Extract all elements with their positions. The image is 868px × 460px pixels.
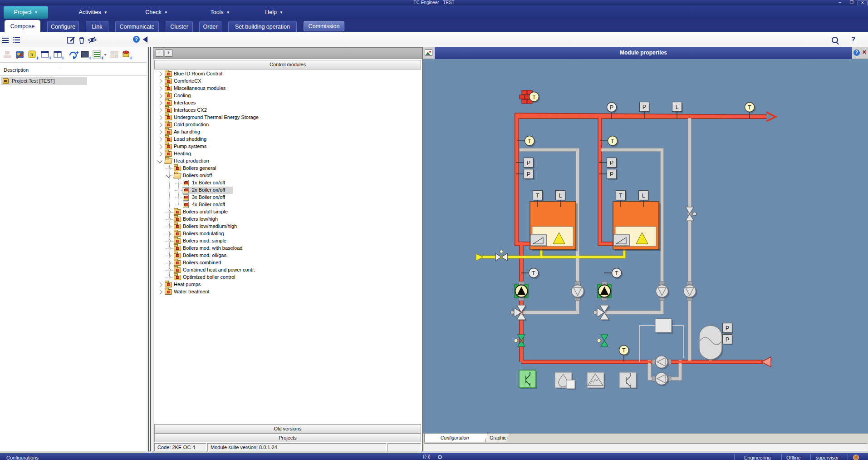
- description-column-header[interactable]: Description: [0, 65, 147, 76]
- tree-item-combined-heat-and-power-contr-[interactable]: Combined heat and power contr.: [154, 267, 421, 274]
- tree-item-blue-id-room-control[interactable]: Blue ID Room Control: [154, 70, 421, 78]
- close-icon[interactable]: ✕: [862, 49, 867, 55]
- tree-item-boilers-mod-oil-gas[interactable]: Boilers mod. oil/gas: [154, 252, 421, 259]
- bypass-valve-icon: [686, 214, 694, 221]
- sensor-letter: P: [642, 104, 646, 110]
- tree-item-boilers-on-off[interactable]: Boilers on/off: [154, 172, 421, 179]
- tree-item-boilers-combined[interactable]: Boilers combined: [154, 259, 421, 267]
- pump-port: [659, 282, 665, 285]
- tree-item-pump-systems[interactable]: Pump systems: [154, 143, 421, 150]
- folder-icon: [165, 108, 172, 113]
- cylinder-add-icon[interactable]: +: [121, 49, 132, 61]
- tree-item-boilers-mod-with-baseload[interactable]: Boilers mod. with baseload: [154, 245, 421, 252]
- graphic-preview-icon[interactable]: [425, 49, 432, 56]
- tree-item-air-handling[interactable]: Air handling: [154, 129, 421, 136]
- tree-item-comfortecx[interactable]: ComforteCX: [154, 78, 421, 85]
- tree-item-underground-thermal-energy-storage[interactable]: Underground Thermal Energy Storage: [154, 114, 421, 121]
- window-add-icon[interactable]: +: [40, 49, 51, 61]
- tree-item-interfaces-cx2[interactable]: Interfaces CX2: [154, 107, 421, 114]
- tree-item-water-treatment[interactable]: Water treatment: [154, 288, 421, 296]
- help-icon[interactable]: ?: [853, 49, 860, 56]
- menu-check[interactable]: Check▼: [141, 6, 172, 19]
- tree-item-2x-boiler-on-off[interactable]: 2x Boiler on/off: [154, 187, 421, 194]
- minimize-button[interactable]: –: [834, 0, 846, 5]
- mode-label: Engineering: [744, 455, 771, 460]
- folder-icon: [165, 137, 172, 142]
- sensor-letter: P: [527, 171, 530, 178]
- tree-item-load-shedding[interactable]: Load shedding: [154, 136, 421, 143]
- sensor-letter: T: [536, 193, 539, 199]
- tree-item-optimized-boiler-control[interactable]: Optimized boiler control: [154, 274, 421, 281]
- tree-item-boilers-general[interactable]: Boilers general: [154, 165, 421, 172]
- tree-item-interfaces[interactable]: Interfaces: [154, 99, 421, 107]
- tree-item-miscellaneous-modules[interactable]: Miscellaneous modules: [154, 85, 421, 92]
- tree-item-cooling[interactable]: Cooling: [154, 92, 421, 99]
- tree-item-boilers-modulating[interactable]: Boilers modulating: [154, 230, 421, 237]
- collapse-tree-icon[interactable]: −: [156, 49, 163, 57]
- tab-order[interactable]: Order: [199, 21, 221, 32]
- tree-item-boilers-mod-simple[interactable]: Boilers mod. simple: [154, 237, 421, 245]
- properties-title: Module properties: [435, 47, 852, 59]
- tree-item-heat-production[interactable]: Heat production: [154, 158, 421, 165]
- chevron-right-icon: [166, 267, 171, 272]
- rotate-add-icon[interactable]: +: [67, 49, 78, 61]
- pi-add-icon[interactable]: π+: [27, 49, 39, 61]
- tree-item-boilers-low-medium-high[interactable]: Boilers low/medium/high: [154, 223, 421, 230]
- tree-item-1x-boiler-on-off[interactable]: 1x Boiler on/off: [154, 179, 421, 187]
- grid-icon[interactable]: [109, 49, 120, 61]
- tree-item-4x-boiler-on-off[interactable]: 4x Boiler on/off: [154, 201, 421, 208]
- tab-communicate[interactable]: Communicate: [115, 21, 159, 32]
- window-title: TC Engineer - TEST: [0, 0, 868, 5]
- tree-item-cold-production[interactable]: Cold production: [154, 121, 421, 129]
- dark-window-add-icon[interactable]: +: [80, 49, 91, 61]
- bottom-tab-graphic[interactable]: Graphic: [485, 434, 509, 442]
- chevron-right-icon: [166, 246, 171, 251]
- tree-item-boilers-low-high[interactable]: Boilers low/high: [154, 216, 421, 223]
- tree-item-heat-pumps[interactable]: Heat pumps: [154, 281, 421, 288]
- tab-set-building-operation[interactable]: Set building operation: [228, 21, 297, 32]
- modules-header: Control modules: [154, 60, 421, 69]
- pump-port: [652, 376, 655, 381]
- projects-bar[interactable]: Projects: [154, 433, 421, 442]
- paint-icon[interactable]: [15, 49, 26, 61]
- old-versions-bar[interactable]: Old versions: [154, 424, 421, 433]
- tab-cluster[interactable]: Cluster: [166, 21, 193, 32]
- tab-link[interactable]: Link: [86, 21, 108, 32]
- folder-icon: [174, 217, 181, 222]
- svg-text:+: +: [88, 55, 91, 61]
- tab-compose[interactable]: Compose: [5, 20, 40, 32]
- tab-commission[interactable]: Commission: [304, 21, 344, 31]
- menu-tools[interactable]: Tools▼: [205, 6, 235, 19]
- chevron-right-icon: [166, 231, 171, 236]
- tab-configure[interactable]: Configure: [47, 21, 79, 32]
- split-window-add-icon[interactable]: +: [53, 49, 64, 61]
- menu-activities[interactable]: Activities▼: [72, 6, 114, 19]
- back-icon[interactable]: [143, 36, 152, 45]
- column-divider[interactable]: [61, 66, 61, 75]
- trash-icon[interactable]: [77, 35, 86, 45]
- hide-icon[interactable]: [87, 35, 96, 45]
- search-icon[interactable]: [832, 37, 841, 46]
- bottom-tab-configuration-possibilities[interactable]: Configuration possibilities: [424, 434, 488, 442]
- status-cell-empty: [387, 443, 421, 451]
- tree-item-boilers-on-off-simple[interactable]: Boilers on/off simple: [154, 208, 421, 216]
- stamp-icon[interactable]: [2, 49, 13, 61]
- list-icon[interactable]: [12, 35, 21, 45]
- sensor-letter: T: [528, 138, 531, 144]
- panel-splitter[interactable]: [147, 47, 153, 451]
- tree-item-heating[interactable]: Heating: [154, 150, 421, 158]
- help-icon[interactable]: ?: [133, 36, 140, 43]
- tree-item-3x-boiler-on-off[interactable]: 3x Boiler on/off: [154, 194, 421, 201]
- menu-icon[interactable]: [2, 35, 11, 45]
- menu-help[interactable]: Help▼: [260, 6, 288, 19]
- menu-project[interactable]: Project▼: [4, 6, 48, 19]
- dp-sensor: [655, 319, 672, 332]
- list-add-icon[interactable]: +: [92, 49, 103, 61]
- folder-icon: [165, 144, 172, 149]
- help-icon[interactable]: ?: [851, 35, 860, 44]
- expand-tree-icon[interactable]: +: [165, 49, 172, 57]
- edit-icon[interactable]: [67, 35, 76, 45]
- shutoff-valve-icon: [518, 341, 525, 346]
- project-tree-root[interactable]: Project Test [TEST]: [1, 77, 87, 85]
- restore-button[interactable]: ❐: [846, 0, 858, 5]
